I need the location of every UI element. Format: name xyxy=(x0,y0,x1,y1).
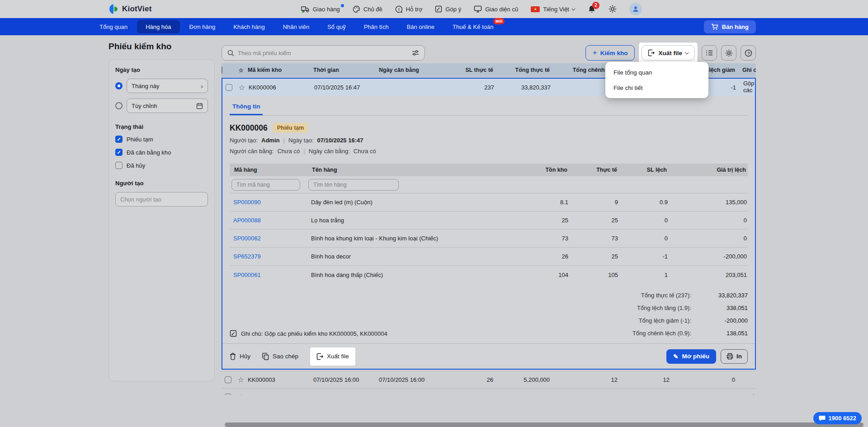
nav-tab-label: Khách hàng xyxy=(233,23,264,30)
row-note: Phiế xyxy=(736,394,756,395)
export-file-icon xyxy=(648,49,655,56)
col-ghi-chu[interactable]: Ghi chú xyxy=(736,67,756,73)
product-code-link[interactable]: SP000061 xyxy=(230,272,311,278)
product-row[interactable]: SP000061 Bình hoa dáng thấp (Chiếc) 104 … xyxy=(230,266,748,284)
search-input[interactable] xyxy=(238,50,408,56)
table-settings-button[interactable] xyxy=(721,45,736,61)
export-button-label: Xuất file xyxy=(327,353,349,360)
sell-button[interactable]: Bán hàng xyxy=(704,20,756,33)
product-code-filter-input[interactable] xyxy=(231,179,300,191)
user-avatar[interactable] xyxy=(629,3,642,15)
product-code-link[interactable]: SP652379 xyxy=(230,253,311,260)
tab-thong-tin[interactable]: Thông tin xyxy=(230,103,263,115)
product-row[interactable]: SP652379 Bình hoa decor 26 25 -1 -200,00… xyxy=(230,248,748,266)
copy-button-label: Sao chép xyxy=(273,353,298,360)
toolbar: + Kiểm kho Xuất file ? xyxy=(222,45,756,61)
nav-tab-ban-online[interactable]: Bán online xyxy=(398,20,443,33)
col-thoi-gian[interactable]: Thời gian xyxy=(313,67,379,73)
col-ma-kiem-kho[interactable]: Mã kiểm kho xyxy=(248,67,313,73)
copy-voucher-button[interactable]: Sao chép xyxy=(262,353,298,360)
row-checkbox[interactable] xyxy=(225,394,231,395)
date-preset-select[interactable]: Tháng này › xyxy=(127,79,208,93)
nav-tab-hang-hoa[interactable]: Hàng hóa xyxy=(137,20,179,33)
topbar-item-theme[interactable]: Chủ đề xyxy=(353,5,382,13)
chevron-right-icon: › xyxy=(201,82,203,90)
product-code-link[interactable]: SP000062 xyxy=(230,235,311,242)
svg-text:!: ! xyxy=(398,7,400,11)
nav-tab-don-hang[interactable]: Đơn hàng xyxy=(181,20,224,33)
star-icon[interactable]: ☆ xyxy=(235,83,249,92)
export-file-button[interactable]: Xuất file xyxy=(642,45,695,61)
creator-filter-input[interactable] xyxy=(115,192,208,206)
filter-sliders-icon[interactable] xyxy=(412,50,419,56)
brand-logo[interactable]: KiotViet xyxy=(108,4,152,14)
status-option-balanced[interactable]: ✓ Đã cân bằng kho xyxy=(115,149,208,156)
truck-icon xyxy=(301,6,310,13)
status-option-temp[interactable]: ✓ Phiếu tạm xyxy=(115,136,208,143)
product-row[interactable]: SP000090 Dây đèn led (m) (Cuộn) 8.1 9 0.… xyxy=(230,193,748,211)
topbar-item-old-ui[interactable]: Giao diện cũ xyxy=(474,5,518,13)
row-checkbox[interactable] xyxy=(225,376,231,383)
table-row[interactable]: ☆ KK000003 07/10/2025 16:00 07/10/2025 1… xyxy=(222,371,756,388)
detail-action-bar: Hủy Sao chép Xuất file ✎ Mở phiếu xyxy=(222,343,755,369)
nav-tab-phan-tich[interactable]: Phân tích xyxy=(355,20,397,33)
cancel-voucher-button[interactable]: Hủy xyxy=(230,353,250,360)
nav-tab-so-quy[interactable]: Sổ quỹ xyxy=(319,20,354,33)
nav-tab-nhan-vien[interactable]: Nhân viên xyxy=(274,20,318,33)
star-icon[interactable]: ☆ xyxy=(234,375,248,384)
product-code-link[interactable]: SP000090 xyxy=(230,199,311,206)
product-stock: 8.1 xyxy=(519,199,569,206)
star-column-icon: ☆ xyxy=(234,67,248,74)
notifications-button[interactable]: 2 xyxy=(588,5,596,14)
nav-tab-khach-hang[interactable]: Khách hàng xyxy=(225,20,273,33)
radio-custom-date[interactable] xyxy=(115,102,123,109)
select-all-checkbox[interactable] xyxy=(222,66,222,74)
support-chat-button[interactable]: 1900 6522 xyxy=(813,412,862,424)
language-selector[interactable]: ★ Tiếng Việt xyxy=(531,6,575,13)
row-checkbox[interactable] xyxy=(226,84,232,91)
product-filter-row xyxy=(230,176,748,193)
topbar-item-feedback[interactable]: Góp ý xyxy=(435,5,461,13)
pencil-icon: ✎ xyxy=(673,353,678,360)
column-settings-button[interactable] xyxy=(702,45,717,61)
total-label: Tổng thực tế (237): xyxy=(641,292,691,299)
col-ngay-can-bang[interactable]: Ngày cân bằng xyxy=(379,67,449,73)
status-option-cancelled[interactable]: Đã hủy xyxy=(115,162,208,169)
star-icon[interactable]: ☆ xyxy=(234,393,248,395)
export-voucher-button[interactable]: Xuất file xyxy=(316,353,349,360)
row-dec-qty: 0 xyxy=(670,376,736,383)
product-row[interactable]: SP000062 Bình hoa khung kim loại - Khung… xyxy=(230,230,748,248)
creator-label: Người tạo: xyxy=(230,137,258,144)
radio-this-month[interactable] xyxy=(115,82,123,89)
col-sl-thuc-te[interactable]: SL thực tế xyxy=(449,67,494,73)
settings-button[interactable] xyxy=(609,5,617,13)
date-custom-select[interactable]: Tùy chỉnh xyxy=(127,99,208,113)
creator-value: Admin xyxy=(261,137,279,144)
product-stock: 73 xyxy=(519,235,569,242)
nav-tab-tong-quan[interactable]: Tổng quan xyxy=(91,20,136,33)
total-label: Tổng lệch giảm (-1): xyxy=(639,317,691,324)
stocktake-button[interactable]: + Kiểm kho xyxy=(585,45,635,61)
topbar-item-delivery[interactable]: Giao hàng xyxy=(301,6,340,13)
sell-button-label: Bán hàng xyxy=(722,23,749,30)
horizontal-scrollbar[interactable] xyxy=(225,422,863,427)
row-diff-total: 20 xyxy=(551,394,618,395)
help-button[interactable]: ? xyxy=(741,45,756,61)
product-table: Mã hàng Tên hàng Tồn kho Thực tế SL lệch… xyxy=(230,164,748,284)
open-voucher-button[interactable]: ✎ Mở phiếu xyxy=(666,349,716,364)
table-row[interactable]: ☆ KK000002 07/10/2025 14:4 07/10/2025 14… xyxy=(222,388,756,395)
question-icon: ? xyxy=(745,49,752,57)
product-code-link[interactable]: AP000088 xyxy=(230,217,311,224)
pcol-ma-hang: Mã hàng xyxy=(231,167,312,173)
menu-item-file-tong-quan[interactable]: File tổng quan xyxy=(605,65,708,80)
nav-tab-thue-ke-toan[interactable]: Thuế & Kế toán Mới xyxy=(444,20,502,33)
column-list-icon xyxy=(706,50,713,56)
print-button[interactable]: In xyxy=(721,349,748,364)
menu-item-file-chi-tiet[interactable]: File chi tiết xyxy=(605,80,708,95)
col-tong-thuc-te[interactable]: Tổng thực tế xyxy=(494,67,551,73)
topbar: KiotViet Giao hàng Chủ đề ! Hỗ trợ Góp ý… xyxy=(0,0,868,18)
topbar-item-support[interactable]: ! Hỗ trợ xyxy=(395,5,423,13)
product-row[interactable]: AP000088 Lọ hoa trắng 25 25 0 0 xyxy=(230,211,748,230)
product-stock: 104 xyxy=(519,272,569,278)
product-name-filter-input[interactable] xyxy=(308,179,399,191)
